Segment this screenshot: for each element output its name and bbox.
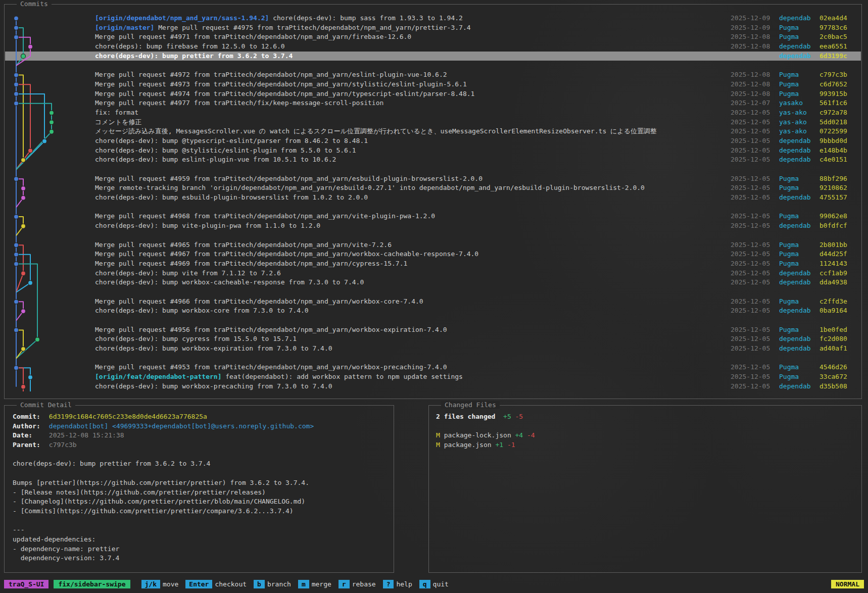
commit-row[interactable]: Merge pull request #4965 from traPtitech… — [5, 240, 861, 250]
commit-row[interactable]: メッセージ読み込み直後, MessagesScroller.vue の watc… — [5, 127, 861, 136]
commit-hash: 561f1c6 — [819, 98, 857, 108]
commit-author: Pugma — [779, 250, 819, 259]
commit-row[interactable]: Merge pull request #4972 from traPtitech… — [5, 70, 861, 80]
commit-author: yas-ako — [779, 127, 819, 136]
commit-row[interactable]: Merge pull request #4971 from traPtitech… — [5, 32, 861, 42]
commit-message: Merge pull request #4965 from traPtitech… — [95, 240, 731, 250]
commit-date: 2025-12-08 — [731, 32, 779, 42]
keybind-checkout: Entercheckout — [185, 580, 247, 588]
commit-row-spacer — [5, 287, 861, 297]
commit-date: 2025-12-05 — [731, 363, 779, 372]
commit-hash: c4e0151 — [819, 155, 857, 165]
changed-files-body: 2 files changed +5 -5 M package-lock.jso… — [436, 412, 857, 450]
commit-row[interactable]: chore(deps-dev): bump cypress from 15.5.… — [5, 334, 861, 344]
commit-row[interactable]: chore(deps-dev): bump workbox-precaching… — [5, 382, 861, 391]
keybind-key: j/k — [141, 580, 160, 588]
commit-date: 2025-12-05 — [731, 108, 779, 118]
commit-message: [origin/feat/dependabot-pattern] feat(de… — [95, 372, 731, 382]
commit-hash: 6d3199c — [819, 52, 857, 61]
commit-author: dependab — [779, 155, 819, 165]
commit-hash: 0ba9164 — [819, 306, 857, 316]
detail-message-line: updated-dependencies: — [13, 535, 390, 545]
commit-row[interactable]: Merge pull request #4969 from traPtitech… — [5, 259, 861, 269]
commit-date: 2025-12-05 — [731, 193, 779, 203]
commit-row[interactable]: chore(deps-dev): bump @typescript-eslint… — [5, 136, 861, 146]
commit-date: 2025-12-05 — [731, 250, 779, 259]
file-deletions: -4 — [523, 431, 535, 439]
commit-date: 2025-12-05 — [731, 278, 779, 287]
commit-hash: eea6551 — [819, 42, 857, 52]
commit-row[interactable]: chore(deps-dev): bump @stylistic/eslint-… — [5, 146, 861, 156]
keybind-key: r — [339, 580, 350, 588]
commit-row[interactable]: Merge pull request #4967 from traPtitech… — [5, 250, 861, 259]
commit-row[interactable]: chore(deps-dev): bump workbox-expiration… — [5, 344, 861, 354]
commit-message: Merge remote-tracking branch 'origin/dep… — [95, 183, 731, 193]
commits-panel: Commits [origin/dependabot/npm_and_yarn/… — [4, 4, 862, 399]
detail-message-line: Bumps [prettier](https://github.com/pret… — [13, 478, 390, 488]
commit-row[interactable]: [origin/feat/dependabot-pattern] feat(de… — [5, 372, 861, 382]
commit-row[interactable]: Merge pull request #4974 from traPtitech… — [5, 89, 861, 99]
commit-hash: 97783c6 — [819, 23, 857, 33]
commit-date: 2025-12-05 — [731, 259, 779, 269]
commit-row[interactable]: [origin/dependabot/npm_and_yarn/sass-1.9… — [5, 14, 861, 23]
file-name: package.json — [440, 441, 496, 449]
commit-author: Pugma — [779, 89, 819, 99]
files-changed-count: 2 files changed — [436, 413, 495, 420]
commit-row[interactable]: chore(deps): bump firebase from 12.5.0 t… — [5, 42, 861, 52]
commit-message: コメントを修正 — [95, 118, 731, 127]
commit-author: dependab — [779, 382, 819, 391]
changed-file-row[interactable]: M package-lock.json +4 -4 — [436, 431, 857, 440]
commit-row[interactable]: Merge pull request #4959 from traPtitech… — [5, 174, 861, 184]
commit-row[interactable]: Merge remote-tracking branch 'origin/dep… — [5, 183, 861, 193]
changed-file-row[interactable]: M package.json +1 -1 — [436, 440, 857, 450]
commit-author: Pugma — [779, 372, 819, 382]
commit-hash: d44d25f — [819, 250, 857, 259]
commit-row[interactable]: chore(deps-dev): bump prettier from 3.6.… — [5, 52, 861, 61]
commit-author: Pugma — [779, 23, 819, 33]
commit-author: Pugma — [779, 32, 819, 42]
commit-message: [origin/dependabot/npm_and_yarn/sass-1.9… — [95, 14, 731, 23]
commit-message: Merge pull request #4966 from traPtitech… — [95, 297, 731, 307]
commit-row[interactable]: コメントを修正2025-12-05yas-ako5dd0218 — [5, 118, 861, 127]
keybind-move: j/kmove — [141, 580, 179, 588]
commit-row[interactable]: chore(deps-dev): bump workbox-core from … — [5, 306, 861, 316]
commit-row[interactable]: Merge pull request #4968 from traPtitech… — [5, 212, 861, 221]
commit-row[interactable]: chore(deps-dev): bump workbox-cacheable-… — [5, 278, 861, 287]
additions-total: +5 — [503, 413, 511, 420]
commit-hash: 02ea4d4 — [819, 14, 857, 23]
commit-date: 2025-12-05 — [731, 127, 779, 136]
detail-field: Date: 2025-12-08 15:21:38 — [13, 431, 390, 440]
detail-message-line: - [Commits](https://github.com/prettier/… — [13, 507, 390, 516]
commit-hash: b0fdfcf — [819, 221, 857, 231]
commit-row[interactable]: Merge pull request #4973 from traPtitech… — [5, 80, 861, 89]
file-status: M — [436, 441, 440, 449]
commit-hash: 2c0bac5 — [819, 32, 857, 42]
commit-author: Pugma — [779, 174, 819, 184]
commit-row[interactable]: fix: format2025-12-05yas-akoc972a78 — [5, 108, 861, 118]
commit-row[interactable]: Merge pull request #4953 from traPtitech… — [5, 363, 861, 372]
commit-author: dependab — [779, 278, 819, 287]
commit-row[interactable]: Merge pull request #4977 from traPtitech… — [5, 98, 861, 108]
commit-message: chore(deps-dev): bump @stylistic/eslint-… — [95, 146, 731, 156]
commit-row[interactable]: chore(deps-dev): bump eslint-plugin-vue … — [5, 155, 861, 165]
commit-row[interactable]: [origin/master] Merge pull request #4975… — [5, 23, 861, 33]
commit-row-spacer — [5, 231, 861, 240]
commit-row[interactable]: Merge pull request #4956 from traPtitech… — [5, 325, 861, 335]
commit-author: Pugma — [779, 240, 819, 250]
commit-row[interactable]: chore(deps-dev): bump esbuild-plugin-bro… — [5, 193, 861, 203]
commit-row[interactable]: Merge pull request #4966 from traPtitech… — [5, 297, 861, 307]
changed-files-title: Changed Files — [441, 401, 500, 409]
commit-hash: 1124143 — [819, 259, 857, 269]
commit-date: 2025-12-05 — [731, 372, 779, 382]
file-deletions: -1 — [503, 441, 515, 449]
commit-row[interactable]: chore(deps-dev): bump vite from 7.1.12 t… — [5, 269, 861, 278]
file-name: package-lock.json — [440, 431, 515, 439]
changed-files-panel: Changed Files 2 files changed +5 -5 M pa… — [428, 405, 862, 573]
keybind-action: help — [396, 580, 412, 588]
keybind-key: q — [419, 580, 430, 588]
commit-hash: 5dd0218 — [819, 118, 857, 127]
commit-message: chore(deps-dev): bump eslint-plugin-vue … — [95, 155, 731, 165]
keybind-rebase: rrebase — [339, 580, 376, 588]
commit-row[interactable]: chore(deps-dev): bump vite-plugin-pwa fr… — [5, 221, 861, 231]
repo-badge: traQ_S-UI — [4, 580, 49, 588]
